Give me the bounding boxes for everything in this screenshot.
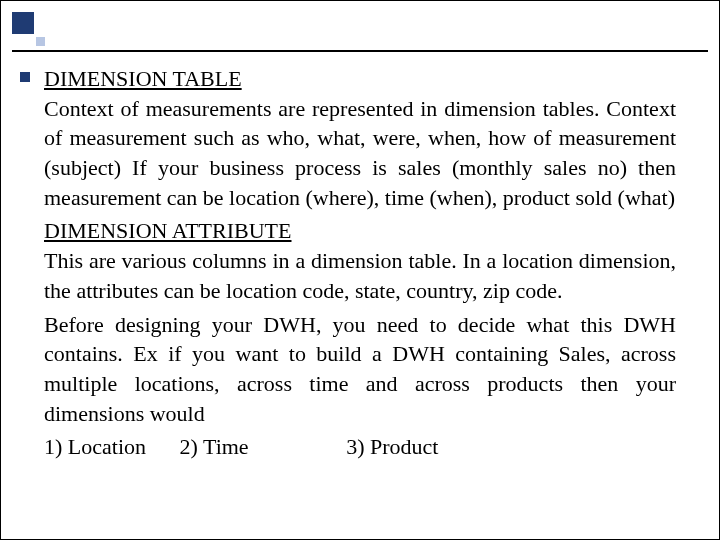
paragraph-design-note: Before designing your DWH, you need to d… bbox=[44, 310, 676, 429]
slide-content: DIMENSION TABLE Context of measurements … bbox=[44, 64, 676, 462]
paragraph-dimension-table: Context of measurements are represented … bbox=[44, 94, 676, 213]
horizontal-rule bbox=[12, 50, 708, 52]
dimension-item-2: 2) Time bbox=[180, 432, 249, 462]
bullet-icon bbox=[20, 72, 30, 82]
paragraph-dimension-attribute: This are various columns in a dimension … bbox=[44, 246, 676, 305]
decoration-square-large bbox=[12, 12, 34, 34]
dimension-item-3: 3) Product bbox=[346, 432, 438, 462]
decoration-square-small bbox=[36, 37, 45, 46]
corner-decoration bbox=[12, 12, 48, 48]
dimension-item-1: 1) Location bbox=[44, 432, 146, 462]
heading-dimension-table: DIMENSION TABLE bbox=[44, 64, 676, 94]
dimensions-list: 1) Location 2) Time 3) Product bbox=[44, 432, 676, 462]
heading-dimension-attribute: DIMENSION ATTRIBUTE bbox=[44, 216, 676, 246]
